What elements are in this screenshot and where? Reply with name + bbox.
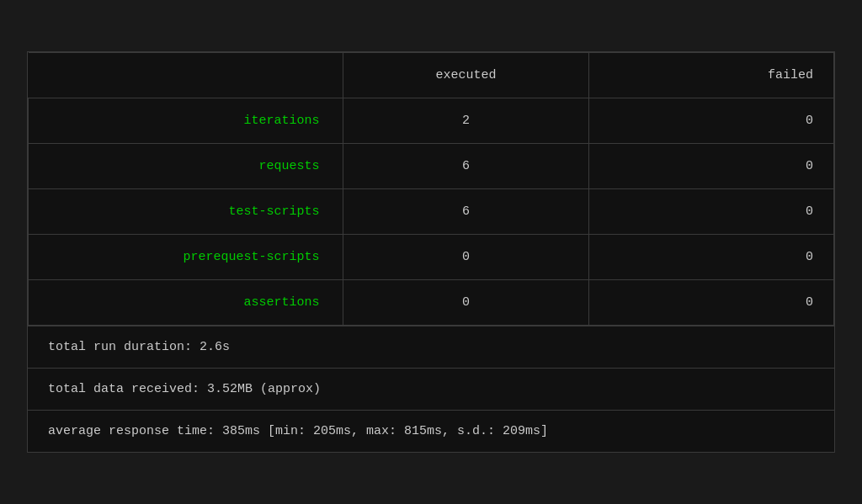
row-failed: 0 — [588, 98, 833, 144]
row-label: test-scripts — [29, 189, 343, 235]
row-executed: 6 — [343, 144, 588, 189]
row-failed: 0 — [588, 235, 833, 280]
table-header-row: executed failed — [29, 53, 834, 98]
header-label-col — [29, 53, 343, 98]
row-label: requests — [29, 144, 343, 189]
data-row: total data received: 3.52MB (approx) — [28, 369, 834, 411]
table-row: requests60 — [29, 144, 834, 189]
row-failed: 0 — [588, 144, 833, 189]
header-executed: executed — [343, 53, 588, 98]
row-executed: 0 — [343, 235, 588, 280]
table-row: prerequest-scripts00 — [29, 235, 834, 280]
row-executed: 6 — [343, 189, 588, 235]
row-label: prerequest-scripts — [29, 235, 343, 280]
table-row: assertions00 — [29, 280, 834, 326]
row-executed: 2 — [343, 98, 588, 144]
table-row: test-scripts60 — [29, 189, 834, 235]
row-label: iterations — [29, 98, 343, 144]
response-row: average response time: 385ms [min: 205ms… — [28, 411, 834, 452]
row-failed: 0 — [588, 280, 833, 326]
row-executed: 0 — [343, 280, 588, 326]
table-row: iterations20 — [29, 98, 834, 144]
results-container: executed failed iterations20requests60te… — [27, 51, 835, 453]
header-failed: failed — [588, 53, 833, 98]
row-label: assertions — [29, 280, 343, 326]
row-failed: 0 — [588, 189, 833, 235]
duration-row: total run duration: 2.6s — [28, 326, 834, 369]
results-table: executed failed iterations20requests60te… — [28, 52, 834, 326]
summary-section: total run duration: 2.6s total data rece… — [28, 326, 834, 452]
